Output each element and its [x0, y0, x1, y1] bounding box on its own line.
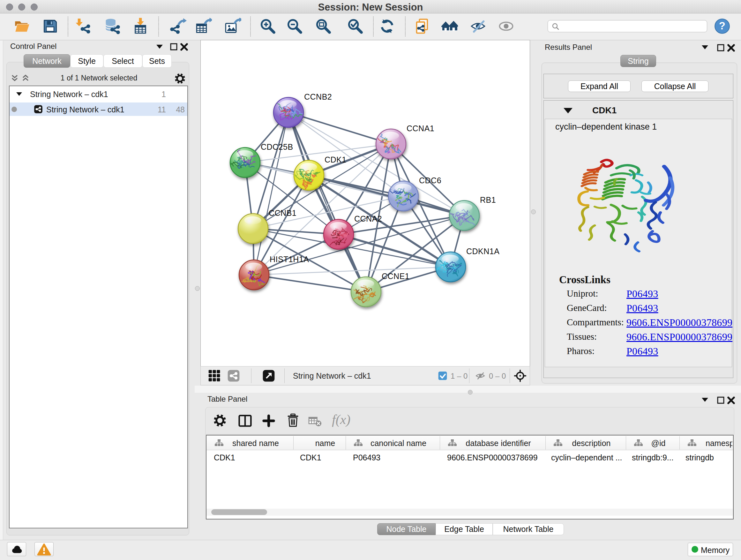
svg-text:CCNA2: CCNA2	[354, 214, 382, 223]
svg-text:CDC25B: CDC25B	[261, 142, 293, 151]
svg-text:HIST1H1A: HIST1H1A	[270, 255, 309, 264]
svg-text:CCNE1: CCNE1	[382, 272, 409, 281]
svg-text:CCNB1: CCNB1	[269, 208, 296, 217]
svg-text:CDK1: CDK1	[325, 155, 347, 164]
svg-text:CCNB2: CCNB2	[304, 92, 332, 101]
svg-text:CDKN1A: CDKN1A	[466, 247, 499, 256]
svg-text:CDC6: CDC6	[419, 176, 441, 185]
svg-text:CCNA1: CCNA1	[407, 124, 434, 133]
svg-text:?: ?	[719, 20, 725, 32]
svg-text:RB1: RB1	[480, 195, 496, 204]
